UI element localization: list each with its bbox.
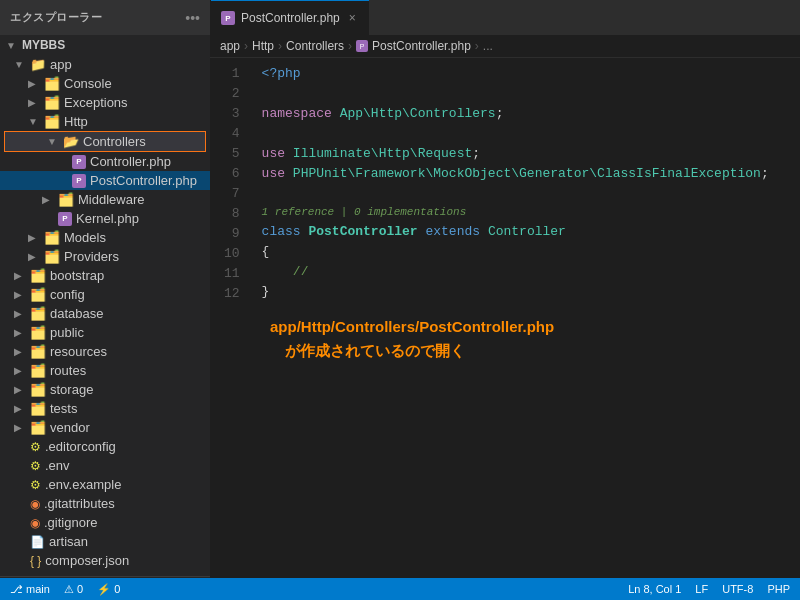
outline-section[interactable]: ▶ アウトライン — [0, 576, 210, 578]
file-icon-artisan: 📄 — [30, 535, 45, 549]
breadcrumb-sep4: › — [475, 39, 479, 53]
chevron-config: ▶ — [14, 289, 30, 300]
code-line-3: namespace App\Http\Controllers; — [262, 104, 800, 124]
line-ending[interactable]: LF — [695, 583, 708, 595]
bottom-bar: ⎇ main ⚠ 0 ⚡ 0 Ln 8, Col 1 LF UTF-8 PHP — [0, 578, 800, 600]
editor-area: app › Http › Controllers › P PostControl… — [210, 35, 800, 578]
tab-php-icon: P — [221, 11, 235, 25]
folder-icon-routes: 🗂️ — [30, 363, 46, 378]
folder-icon-public: 🗂️ — [30, 325, 46, 340]
warnings-count[interactable]: ⚡ 0 — [97, 583, 120, 596]
language-mode[interactable]: PHP — [767, 583, 790, 595]
chevron-vendor: ▶ — [14, 422, 30, 433]
chevron-storage: ▶ — [14, 384, 30, 395]
sidebar-item-console[interactable]: ▶ 🗂️ Console — [0, 74, 210, 93]
sidebar-item-label: Exceptions — [64, 95, 128, 110]
code-editor[interactable]: 1 2 3 4 5 6 7 8 9 10 11 12 <?php — [210, 58, 800, 578]
folder-icon-middleware: 🗂️ — [58, 192, 74, 207]
folder-icon-providers: 🗂️ — [44, 249, 60, 264]
sidebar-item-gitignore[interactable]: ◉ .gitignore — [0, 513, 210, 532]
sidebar-item-label: config — [50, 287, 85, 302]
sidebar-item-providers[interactable]: ▶ 🗂️ Providers — [0, 247, 210, 266]
sidebar-item-database[interactable]: ▶ 🗂️ database — [0, 304, 210, 323]
breadcrumb-sep3: › — [348, 39, 352, 53]
sidebar-item-vendor[interactable]: ▶ 🗂️ vendor — [0, 418, 210, 437]
sidebar-item-artisan[interactable]: 📄 artisan — [0, 532, 210, 551]
file-icon-env-example: ⚙ — [30, 478, 41, 492]
code-line-6: use PHPUnit\Framework\MockObject\Generat… — [262, 164, 800, 184]
folder-icon-config: 🗂️ — [30, 287, 46, 302]
file-icon-gitignore: ◉ — [30, 516, 40, 530]
sidebar-item-tests[interactable]: ▶ 🗂️ tests — [0, 399, 210, 418]
sidebar-item-bootstrap[interactable]: ▶ 🗂️ bootstrap — [0, 266, 210, 285]
sidebar-item-label: Models — [64, 230, 106, 245]
sidebar-item-label: .gitattributes — [44, 496, 115, 511]
tab-close-button[interactable]: × — [346, 10, 359, 26]
breadcrumb-sep1: › — [244, 39, 248, 53]
sidebar-item-middleware[interactable]: ▶ 🗂️ Middleware — [0, 190, 210, 209]
sidebar-item-env-example[interactable]: ⚙ .env.example — [0, 475, 210, 494]
sidebar-item-label: artisan — [49, 534, 88, 549]
sidebar-item-composer[interactable]: { } composer.json — [0, 551, 210, 570]
breadcrumb-dots: ... — [483, 39, 493, 53]
chevron-providers: ▶ — [28, 251, 44, 262]
sidebar-item-label: composer.json — [45, 553, 129, 568]
sidebar-item-routes[interactable]: ▶ 🗂️ routes — [0, 361, 210, 380]
sidebar-item-postcontroller-php[interactable]: P PostController.php — [0, 171, 210, 190]
folder-icon-tests: 🗂️ — [30, 401, 46, 416]
sidebar-item-resources[interactable]: ▶ 🗂️ resources — [0, 342, 210, 361]
sidebar-item-label: bootstrap — [50, 268, 104, 283]
sidebar-item-label: app — [50, 57, 72, 72]
sidebar-header: エクスプローラー ••• — [0, 0, 210, 35]
sidebar-item-gitattributes[interactable]: ◉ .gitattributes — [0, 494, 210, 513]
sidebar-item-controllers[interactable]: ▼ 📂 Controllers — [4, 131, 206, 152]
sidebar-item-models[interactable]: ▶ 🗂️ Models — [0, 228, 210, 247]
breadcrumb-controllers: Controllers — [286, 39, 344, 53]
root-folder[interactable]: ▼ MYBBS — [0, 35, 210, 55]
folder-icon-vendor: 🗂️ — [30, 420, 46, 435]
cursor-position[interactable]: Ln 8, Col 1 — [628, 583, 681, 595]
sidebar-item-label: Console — [64, 76, 112, 91]
file-icon-gitattributes: ◉ — [30, 497, 40, 511]
folder-icon-database: 🗂️ — [30, 306, 46, 321]
chevron-models: ▶ — [28, 232, 44, 243]
errors-count[interactable]: ⚠ 0 — [64, 583, 83, 596]
code-line-12 — [262, 302, 800, 322]
line-numbers: 1 2 3 4 5 6 7 8 9 10 11 12 — [210, 64, 252, 578]
code-line-2 — [262, 84, 800, 104]
sidebar-item-app[interactable]: ▼ 📁 app — [0, 55, 210, 74]
folder-icon-models: 🗂️ — [44, 230, 60, 245]
sidebar-item-kernel[interactable]: P Kernel.php — [0, 209, 210, 228]
sidebar-item-controller-php[interactable]: P Controller.php — [0, 152, 210, 171]
encoding[interactable]: UTF-8 — [722, 583, 753, 595]
folder-icon-console: 🗂️ — [44, 76, 60, 91]
php-icon-kernel: P — [58, 212, 72, 226]
chevron-tests: ▶ — [14, 403, 30, 414]
explorer-menu-dots[interactable]: ••• — [185, 10, 200, 26]
php-icon-postcontroller: P — [72, 174, 86, 188]
chevron-controllers: ▼ — [47, 136, 63, 147]
sidebar-item-label: Providers — [64, 249, 119, 264]
code-line-9: { — [262, 242, 800, 262]
sidebar-item-config[interactable]: ▶ 🗂️ config — [0, 285, 210, 304]
sidebar: ▼ MYBBS ▼ 📁 app ▶ 🗂️ Console ▶ 🗂️ Except… — [0, 35, 210, 578]
sidebar-item-label: Middleware — [78, 192, 144, 207]
breadcrumb-app: app — [220, 39, 240, 53]
sidebar-item-http[interactable]: ▼ 🗂️ Http — [0, 112, 210, 131]
sidebar-item-label: PostController.php — [90, 173, 197, 188]
folder-icon-app: 📁 — [30, 57, 46, 72]
breadcrumb-sep2: › — [278, 39, 282, 53]
code-line-7 — [262, 184, 800, 204]
folder-icon-resources: 🗂️ — [30, 344, 46, 359]
chevron-bootstrap: ▶ — [14, 270, 30, 281]
sidebar-item-editorconfig[interactable]: ⚙ .editorconfig — [0, 437, 210, 456]
sidebar-item-env[interactable]: ⚙ .env — [0, 456, 210, 475]
tab-postcontroller[interactable]: P PostController.php × — [211, 0, 369, 35]
sidebar-item-label: Controller.php — [90, 154, 171, 169]
sidebar-item-storage[interactable]: ▶ 🗂️ storage — [0, 380, 210, 399]
folder-icon-exceptions: 🗂️ — [44, 95, 60, 110]
code-line-4 — [262, 124, 800, 144]
sidebar-item-exceptions[interactable]: ▶ 🗂️ Exceptions — [0, 93, 210, 112]
sidebar-item-public[interactable]: ▶ 🗂️ public — [0, 323, 210, 342]
git-branch[interactable]: ⎇ main — [10, 583, 50, 596]
